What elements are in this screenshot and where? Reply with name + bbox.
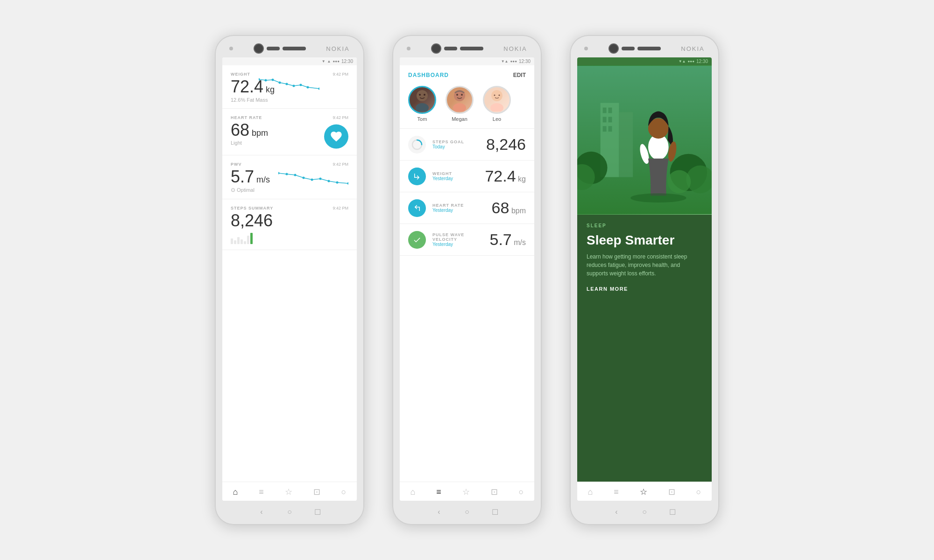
svg-point-29 bbox=[499, 95, 500, 96]
svg-point-14 bbox=[319, 177, 322, 180]
phone-1-nav-star[interactable]: ☆ bbox=[285, 487, 292, 497]
sleep-card: SLEEP Sleep Smarter Learn how getting mo… bbox=[577, 215, 712, 482]
pwv-dash-name: PULSE WAVE VELOCITY bbox=[432, 232, 483, 242]
avatar-leo-name: Leo bbox=[493, 116, 501, 122]
phone-2-nav-list[interactable]: ≡ bbox=[436, 487, 441, 497]
phone-3-nav-list[interactable]: ≡ bbox=[614, 487, 619, 497]
steps-time: 9:42 PM bbox=[333, 206, 348, 210]
svg-point-21 bbox=[424, 94, 425, 96]
avatar-row: Tom bbox=[400, 82, 534, 129]
svg-point-8 bbox=[318, 88, 320, 90]
svg-point-11 bbox=[294, 174, 297, 176]
svg-point-50 bbox=[630, 193, 686, 203]
phone-3-time: 12:30 bbox=[696, 59, 708, 64]
svg-point-4 bbox=[286, 83, 288, 85]
phone-3-back-btn[interactable]: ‹ bbox=[612, 507, 621, 517]
sleep-label: SLEEP bbox=[587, 223, 702, 228]
svg-point-26 bbox=[491, 90, 502, 101]
pwv-time: 9:42 PM bbox=[333, 162, 348, 167]
phone-2-small-bar bbox=[444, 47, 457, 50]
phone-1-dot bbox=[229, 47, 233, 50]
pwv-dash-value: 5.7 m/s bbox=[490, 231, 526, 249]
phone-1-nav-home[interactable]: ⌂ bbox=[233, 487, 238, 497]
weight-dash-icon bbox=[408, 168, 426, 185]
svg-point-0 bbox=[259, 78, 260, 81]
leo-face bbox=[488, 88, 506, 112]
phone-3-nav-home[interactable]: ⌂ bbox=[587, 487, 593, 497]
phone-3-nav-star[interactable]: ☆ bbox=[640, 487, 647, 497]
heartrate-time: 9:42 PM bbox=[333, 115, 348, 120]
svg-point-23 bbox=[453, 103, 466, 112]
avatar-megan[interactable]: Megan bbox=[446, 86, 474, 122]
heart-icon-circle bbox=[324, 124, 348, 148]
svg-rect-31 bbox=[577, 66, 712, 214]
dash-metric-steps: STEPS GOAL Today 8,246 bbox=[400, 129, 534, 161]
phone-1-content: WEIGHT 9:42 PM 72.4 kg bbox=[222, 65, 357, 482]
phone-3-nav-person[interactable]: ○ bbox=[696, 487, 701, 497]
dashboard-title: DASHBOARD bbox=[408, 72, 449, 78]
phone-1-back-btn[interactable]: ‹ bbox=[257, 507, 266, 517]
dashboard-edit[interactable]: EDIT bbox=[513, 72, 526, 78]
phone-1-top-bar: NOKIA bbox=[224, 43, 355, 54]
phone-2-status-bar: ▼▲ ●●● 12:30 bbox=[400, 57, 534, 65]
heartrate-dash-info: HEART RATE Yesterday bbox=[432, 203, 485, 213]
svg-point-28 bbox=[494, 95, 495, 96]
phone-3-top-bar: NOKIA bbox=[579, 43, 710, 54]
weight-arrow-icon bbox=[413, 172, 421, 181]
pwv-dash-sub: Yesterday bbox=[432, 242, 483, 247]
phone-2-nav-star[interactable]: ☆ bbox=[462, 487, 470, 497]
phone-1-home-btn[interactable]: ○ bbox=[285, 507, 294, 517]
pwv-sub: ⊙ Optimal bbox=[231, 187, 348, 193]
svg-point-25 bbox=[461, 94, 463, 96]
svg-point-3 bbox=[279, 82, 281, 84]
phone-2-time: 12:30 bbox=[519, 59, 531, 64]
phones-container: NOKIA ▼ ▲ ●●● 12:30 WEIGHT 9:42 PM 72.4 … bbox=[0, 35, 934, 525]
steps-progress-icon bbox=[411, 139, 423, 150]
megan-face bbox=[450, 88, 469, 112]
phone-2-recent-btn[interactable]: ☐ bbox=[490, 507, 500, 517]
heartrate-arrow-icon bbox=[413, 204, 421, 212]
phone-2-back-btn[interactable]: ‹ bbox=[434, 507, 444, 517]
steps-value: 8,246 bbox=[486, 135, 526, 154]
phone-1-camera bbox=[254, 43, 264, 54]
avatar-tom[interactable]: Tom bbox=[408, 86, 436, 122]
phone-2-speaker bbox=[460, 47, 483, 50]
svg-rect-34 bbox=[609, 107, 612, 113]
phone-1-recent-btn[interactable]: ☐ bbox=[313, 507, 322, 517]
avatar-leo[interactable]: Leo bbox=[483, 86, 511, 122]
phone-3-home-btn[interactable]: ○ bbox=[640, 507, 649, 517]
phone-1: NOKIA ▼ ▲ ●●● 12:30 WEIGHT 9:42 PM 72.4 … bbox=[215, 35, 364, 525]
weight-dash-sub: Yesterday bbox=[432, 176, 478, 181]
phone-3-nav-device[interactable]: ⊡ bbox=[668, 487, 675, 497]
svg-point-44 bbox=[668, 170, 691, 194]
pwv-check-icon bbox=[413, 236, 421, 244]
phone-2-dot bbox=[407, 47, 410, 50]
metric-pwv: PWV 9:42 PM 5.7 m/s bbox=[222, 155, 357, 200]
phone-2-nav-person[interactable]: ○ bbox=[519, 487, 524, 497]
pwv-dash-icon bbox=[408, 231, 426, 249]
metric-heartrate: HEART RATE 9:42 PM 68 bpm Light bbox=[222, 109, 357, 155]
svg-point-13 bbox=[311, 178, 313, 181]
sleep-title: Sleep Smarter bbox=[587, 233, 702, 248]
svg-point-2 bbox=[272, 79, 274, 81]
phone-2-home-btn[interactable]: ○ bbox=[462, 507, 472, 517]
steps-name: STEPS GOAL bbox=[432, 140, 480, 144]
learn-more-button[interactable]: LEARN MORE bbox=[587, 286, 702, 292]
svg-point-6 bbox=[300, 84, 302, 86]
sleep-description: Learn how getting more consistent sleep … bbox=[587, 252, 702, 278]
metric-steps: STEPS SUMMARY 9:42 PM 8,246 bbox=[222, 199, 357, 250]
steps-icon bbox=[408, 136, 426, 154]
phone-1-nav-list[interactable]: ≡ bbox=[259, 487, 264, 497]
phone-1-nav-person[interactable]: ○ bbox=[341, 487, 347, 497]
phone-1-bottom-area: ‹ ○ ☐ bbox=[215, 501, 364, 525]
phone-2-nav-home[interactable]: ⌂ bbox=[410, 487, 415, 497]
phone-3-recent-btn[interactable]: ☐ bbox=[668, 507, 677, 517]
phone-3-screen: ▼▲ ●●● 12:30 bbox=[577, 57, 712, 501]
svg-point-9 bbox=[278, 172, 280, 174]
pwv-label: PWV bbox=[231, 162, 348, 167]
phone-1-nav-device[interactable]: ⊡ bbox=[313, 487, 320, 497]
phone-2-nav-device[interactable]: ⊡ bbox=[491, 487, 498, 497]
phone-2-content: DASHBOARD EDIT bbox=[400, 65, 534, 482]
phone-1-small-bar bbox=[267, 47, 280, 50]
weight-time: 9:42 PM bbox=[333, 72, 348, 77]
